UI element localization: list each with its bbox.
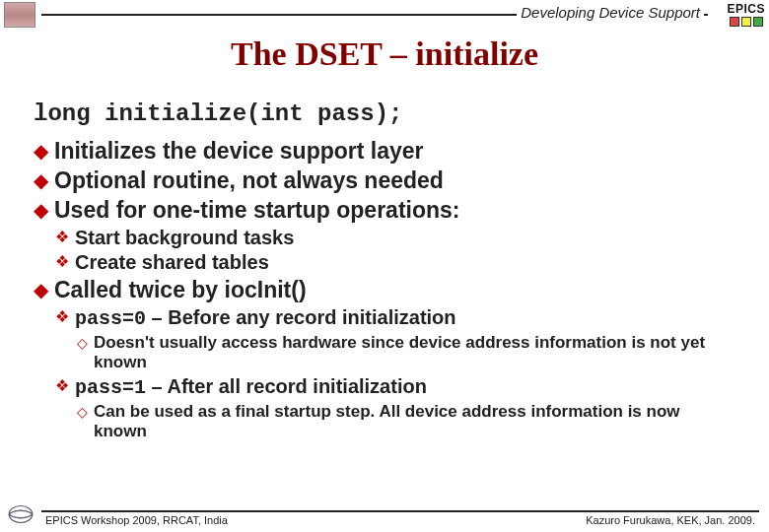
code-signature: long initialize(int pass); [34, 100, 735, 127]
epics-logo-text: EPICS [727, 2, 765, 16]
footer-left-text: EPICS Workshop 2009, RRCAT, India [45, 514, 228, 526]
bullet-l2: ❖ pass=1 – After all record initializati… [55, 374, 735, 400]
text-span: – After all record initialization [146, 375, 427, 397]
bullet-l3: ◇ Doesn't usually access hardware since … [77, 333, 735, 372]
bullet-text: Create shared tables [75, 250, 269, 274]
epics-squares-icon [727, 17, 765, 27]
globe-logo-icon [4, 500, 37, 528]
bullet-text: Used for one-time startup operations: [54, 196, 459, 224]
code-span: pass=1 [75, 376, 146, 399]
bullet-text: Called twice by iocInit() [54, 276, 307, 303]
bullet-text: pass=1 – After all record initialization [75, 374, 427, 400]
bullet-text: Optional routine, not always needed [54, 166, 444, 194]
footer-rule [41, 510, 759, 512]
header-topic: Developing Device Support [517, 4, 704, 21]
diamond-bullet-icon: ◆ [34, 276, 48, 303]
bullet-l1: ◆ Used for one-time startup operations: [34, 196, 735, 224]
svg-point-0 [9, 506, 33, 523]
hollow-diamond-bullet-icon: ◇ [77, 333, 88, 353]
bullet-text: Can be used as a final startup step. All… [94, 402, 735, 441]
footer-bar: EPICS Workshop 2009, RRCAT, India Kazuro… [0, 506, 769, 532]
bullet-l1: ◆ Initializes the device support layer [34, 137, 735, 165]
footer-right-text: Kazuro Furukawa, KEK, Jan. 2009. [586, 514, 755, 526]
bullet-l3: ◇ Can be used as a final startup step. A… [77, 402, 735, 441]
diamond-bullet-icon: ◆ [34, 196, 48, 224]
bullet-text: pass=0 – Before any record initializatio… [75, 305, 456, 331]
text-span: – Before any record initialization [146, 306, 456, 328]
top-left-logo [4, 2, 35, 28]
slide-title: The DSET – initialize [0, 35, 769, 73]
bullet-l2: ❖ Create shared tables [55, 250, 735, 274]
bullet-l1: ◆ Optional routine, not always needed [34, 166, 735, 194]
fourpoint-bullet-icon: ❖ [55, 226, 69, 249]
fourpoint-bullet-icon: ❖ [55, 374, 69, 398]
fourpoint-bullet-icon: ❖ [55, 250, 69, 274]
diamond-bullet-icon: ◆ [34, 137, 48, 165]
bullet-l2: ❖ pass=0 – Before any record initializat… [55, 305, 735, 331]
epics-logo: EPICS [727, 2, 765, 27]
bullet-text: Doesn't usually access hardware since de… [94, 333, 735, 372]
bullet-l2: ❖ Start background tasks [55, 226, 735, 249]
bullet-text: Initializes the device support layer [54, 137, 424, 165]
code-span: pass=0 [75, 307, 146, 330]
diamond-bullet-icon: ◆ [34, 166, 48, 194]
bullet-text: Start background tasks [75, 226, 294, 249]
bullet-l1: ◆ Called twice by iocInit() [34, 276, 735, 303]
fourpoint-bullet-icon: ❖ [55, 305, 69, 329]
slide-content: long initialize(int pass); ◆ Initializes… [0, 73, 769, 441]
hollow-diamond-bullet-icon: ◇ [77, 402, 88, 422]
header-bar: Developing Device Support EPICS [0, 0, 769, 30]
